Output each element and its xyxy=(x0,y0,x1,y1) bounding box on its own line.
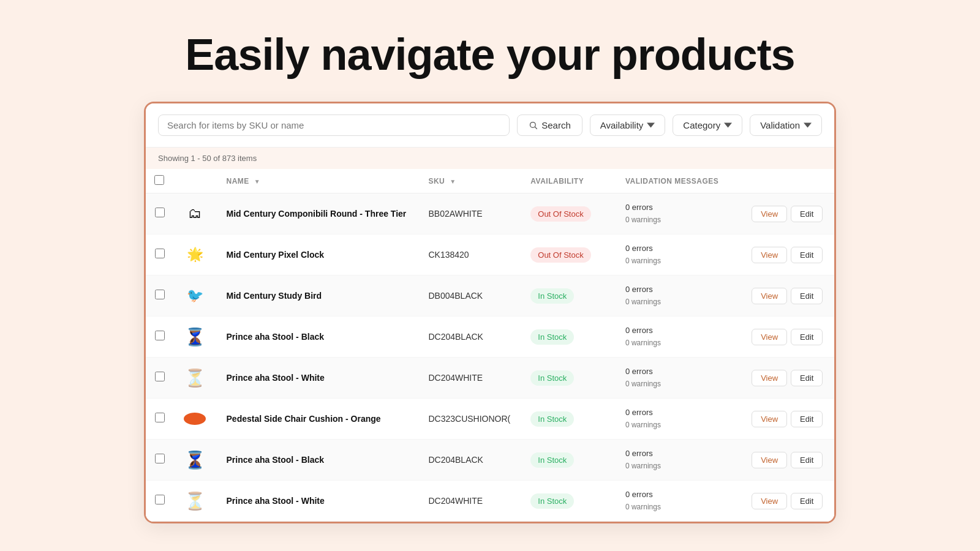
product-sku-cell: CK138420 xyxy=(420,234,522,276)
error-count: 0 errors xyxy=(625,407,734,419)
th-sku[interactable]: SKU ▼ xyxy=(420,169,522,193)
error-count: 0 errors xyxy=(625,365,734,378)
product-name: Mid Century Study Bird xyxy=(227,291,322,301)
showing-count: Showing 1 - 50 of 873 items xyxy=(146,148,834,169)
warning-count: 0 warnings xyxy=(625,501,734,513)
edit-button[interactable]: Edit xyxy=(791,493,823,509)
product-image-cell: 🐦 xyxy=(173,276,217,317)
edit-button[interactable]: Edit xyxy=(791,370,823,386)
availability-cell: In Stock xyxy=(522,481,617,522)
row-checkbox[interactable] xyxy=(155,495,165,504)
edit-button[interactable]: Edit xyxy=(791,247,823,263)
warning-count: 0 warnings xyxy=(625,255,734,267)
product-image: 🗂 xyxy=(182,201,208,227)
row-checkbox[interactable] xyxy=(155,454,165,463)
availability-cell: In Stock xyxy=(522,317,617,358)
warning-count: 0 warnings xyxy=(625,460,734,472)
actions-cell: ViewEdit xyxy=(743,234,834,276)
row-checkbox-cell xyxy=(146,481,173,522)
page-title: Easily navigate your products xyxy=(0,0,980,102)
product-image: 🌟 xyxy=(182,242,208,268)
availability-badge: In Stock xyxy=(530,452,574,468)
category-filter[interactable]: Category xyxy=(673,114,742,136)
view-button[interactable]: View xyxy=(752,329,787,345)
edit-button[interactable]: Edit xyxy=(791,452,823,468)
edit-button[interactable]: Edit xyxy=(791,411,823,427)
th-validation: VALIDATION MESSAGES xyxy=(617,169,743,193)
availability-cell: In Stock xyxy=(522,358,617,399)
select-all-checkbox[interactable] xyxy=(154,175,164,185)
search-bar: Search Availability Category Validation xyxy=(146,103,834,148)
product-sku: CK138420 xyxy=(428,250,469,260)
row-checkbox[interactable] xyxy=(155,372,165,381)
product-image-cell: 🌟 xyxy=(173,234,217,276)
product-image-cell: ⏳ xyxy=(173,317,217,358)
error-count: 0 errors xyxy=(625,242,734,255)
chevron-down-icon xyxy=(647,121,655,129)
table-row: ⏳Prince aha Stool - BlackDC204BLACKIn St… xyxy=(146,317,834,358)
product-image-cell xyxy=(173,399,217,440)
edit-button[interactable]: Edit xyxy=(791,206,823,222)
actions-cell: ViewEdit xyxy=(743,358,834,399)
sort-icon-sku: ▼ xyxy=(450,178,456,185)
product-name-cell: Prince aha Stool - Black xyxy=(218,440,420,481)
search-button[interactable]: Search xyxy=(517,114,582,136)
product-sku-cell: DC323CUSHIONOR( xyxy=(420,399,522,440)
validation-cell: 0 errors0 warnings xyxy=(617,399,743,440)
table-row: ⏳Prince aha Stool - WhiteDC204WHITEIn St… xyxy=(146,358,834,399)
availability-badge: In Stock xyxy=(530,493,574,509)
product-sku: DC323CUSHIONOR( xyxy=(428,414,510,424)
availability-badge: In Stock xyxy=(530,370,574,386)
product-name: Pedestal Side Chair Cushion - Orange xyxy=(227,414,381,424)
availability-filter[interactable]: Availability xyxy=(590,114,666,136)
row-checkbox[interactable] xyxy=(155,290,165,299)
row-checkbox-cell xyxy=(146,276,173,317)
product-image-cell: ⏳ xyxy=(173,440,217,481)
th-name[interactable]: NAME ▼ xyxy=(218,169,420,193)
chevron-down-icon xyxy=(804,121,812,129)
product-name: Prince aha Stool - Black xyxy=(227,455,325,465)
validation-cell: 0 errors0 warnings xyxy=(617,276,743,317)
product-sku-cell: BB02AWHITE xyxy=(420,193,522,234)
view-button[interactable]: View xyxy=(752,288,787,304)
product-name-cell: Mid Century Pixel Clock xyxy=(218,234,420,276)
validation-cell: 0 errors0 warnings xyxy=(617,234,743,276)
validation-filter[interactable]: Validation xyxy=(750,114,822,136)
edit-button[interactable]: Edit xyxy=(791,329,823,345)
validation-cell: 0 errors0 warnings xyxy=(617,317,743,358)
row-checkbox[interactable] xyxy=(155,249,165,258)
row-checkbox[interactable] xyxy=(155,413,165,422)
row-checkbox[interactable] xyxy=(155,208,165,217)
edit-button[interactable]: Edit xyxy=(791,288,823,304)
table-row: 🗂Mid Century Componibili Round - Three T… xyxy=(146,193,834,234)
product-name-cell: Prince aha Stool - White xyxy=(218,358,420,399)
row-checkbox-cell xyxy=(146,358,173,399)
row-checkbox[interactable] xyxy=(155,331,165,340)
product-name: Prince aha Stool - White xyxy=(227,496,325,506)
search-icon xyxy=(529,121,538,130)
th-actions xyxy=(743,169,834,193)
product-table: NAME ▼ SKU ▼ AVAILABILITY VALIDATION MES… xyxy=(146,169,834,522)
product-image: ⏳ xyxy=(182,365,208,391)
view-button[interactable]: View xyxy=(752,247,787,263)
product-name-cell: Prince aha Stool - White xyxy=(218,481,420,522)
actions-cell: ViewEdit xyxy=(743,276,834,317)
product-sku: DC204WHITE xyxy=(428,373,483,383)
sort-icon-name: ▼ xyxy=(254,178,260,185)
action-buttons: ViewEdit xyxy=(752,493,826,509)
view-button[interactable]: View xyxy=(752,411,787,427)
svg-point-0 xyxy=(530,122,536,128)
warning-count: 0 warnings xyxy=(625,419,734,431)
search-input[interactable] xyxy=(167,120,500,130)
view-button[interactable]: View xyxy=(752,370,787,386)
actions-cell: ViewEdit xyxy=(743,317,834,358)
availability-cell: In Stock xyxy=(522,399,617,440)
row-checkbox-cell xyxy=(146,399,173,440)
row-checkbox-cell xyxy=(146,440,173,481)
product-sku: BB02AWHITE xyxy=(428,209,482,219)
product-sku: DB004BLACK xyxy=(428,291,483,301)
view-button[interactable]: View xyxy=(752,493,787,509)
product-name: Mid Century Pixel Clock xyxy=(227,250,324,260)
view-button[interactable]: View xyxy=(752,452,787,468)
view-button[interactable]: View xyxy=(752,206,787,222)
